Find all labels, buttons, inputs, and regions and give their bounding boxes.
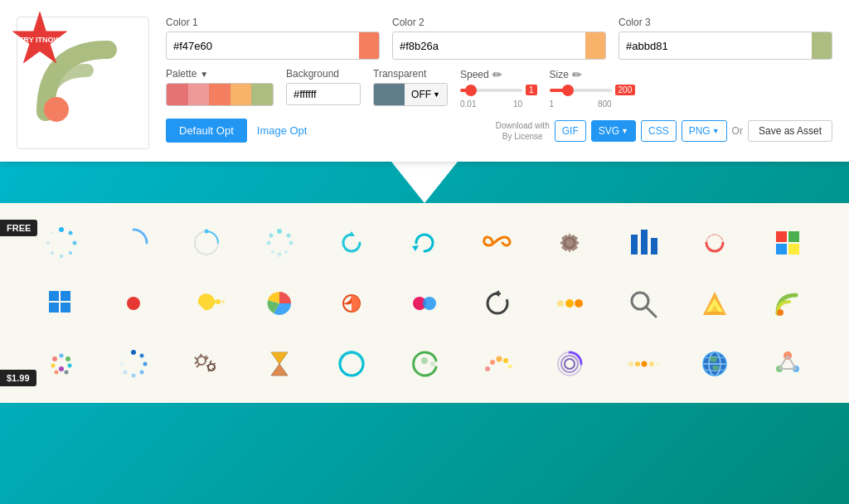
icon-three-dots[interactable] <box>539 276 601 330</box>
transparent-toggle[interactable]: OFF ▼ <box>373 83 448 106</box>
svg-rect-30 <box>61 291 70 301</box>
icon-hourglass[interactable] <box>248 337 310 390</box>
svg-point-59 <box>131 350 136 355</box>
color1-input[interactable]: #f47e60 <box>167 36 359 56</box>
icon-arc-spinner[interactable] <box>103 216 165 269</box>
color-row: Color 1 #f47e60 Color 2 #f8b26a Color 3 … <box>166 17 832 60</box>
icons-row-3 <box>25 337 824 390</box>
svg-point-16 <box>271 250 274 254</box>
svg-rect-27 <box>776 244 787 254</box>
svg-rect-32 <box>61 303 70 313</box>
icon-globe[interactable] <box>684 337 746 390</box>
icon-three-dots-spread[interactable] <box>611 337 673 390</box>
svg-button[interactable]: SVG ▼ <box>591 120 636 142</box>
svg-line-93 <box>779 356 788 369</box>
svg-point-0 <box>44 97 69 122</box>
svg-point-50 <box>777 309 784 316</box>
icon-infinity[interactable] <box>466 216 528 269</box>
icon-dots-colored[interactable] <box>30 337 92 390</box>
svg-chevron-icon: ▼ <box>621 127 628 135</box>
icons-grid <box>25 216 824 390</box>
svg-rect-29 <box>49 291 59 301</box>
icon-circle-half[interactable] <box>321 276 383 330</box>
background-input[interactable]: #ffffff <box>286 83 361 105</box>
size-slider[interactable] <box>550 89 612 92</box>
save-as-asset-button[interactable]: Save as Asset <box>748 120 832 142</box>
svg-marker-41 <box>494 290 499 297</box>
preview-box: TRY IT NOW <box>17 17 149 149</box>
icon-circular-arrow2[interactable] <box>466 276 528 330</box>
top-panel: TRY IT NOW Color 1 #f47e60 Col <box>0 0 849 162</box>
svg-rect-28 <box>788 244 799 254</box>
icon-gears[interactable] <box>176 337 238 390</box>
icon-triangle[interactable] <box>684 276 746 330</box>
css-button[interactable]: CSS <box>641 120 677 142</box>
icon-pacman[interactable] <box>176 276 238 330</box>
icon-circular-g[interactable] <box>393 337 455 390</box>
icons-row-1 <box>25 216 824 269</box>
svg-line-92 <box>788 356 796 369</box>
icon-spinner-molecule[interactable] <box>757 337 819 390</box>
badge-text2: NOW <box>42 36 61 45</box>
icon-windows[interactable] <box>757 216 819 269</box>
speed-max-label: 10 <box>513 99 522 109</box>
svg-point-76 <box>507 364 512 368</box>
badge-shape: TRY IT NOW <box>11 11 69 69</box>
palette-seg4 <box>230 84 252 105</box>
icon-rss-small[interactable] <box>757 276 819 330</box>
image-opt-button[interactable]: Image Opt <box>257 124 308 137</box>
icon-circle-outline[interactable] <box>176 216 238 269</box>
svg-marker-20 <box>412 245 419 251</box>
icon-circular-pattern[interactable] <box>539 337 601 390</box>
color2-input[interactable]: #f8b26a <box>393 36 585 56</box>
icon-search[interactable] <box>611 276 673 330</box>
speed-slider[interactable] <box>460 89 522 92</box>
toggle-off-part[interactable]: OFF ▼ <box>405 84 447 105</box>
svg-point-70 <box>421 357 428 364</box>
icon-spinner-dots[interactable] <box>30 216 92 269</box>
svg-point-58 <box>64 370 68 374</box>
icon-gear[interactable] <box>539 216 601 269</box>
svg-point-36 <box>221 300 225 303</box>
png-button[interactable]: PNG ▼ <box>682 120 727 142</box>
icon-grid-squares[interactable] <box>30 276 92 330</box>
transparent-label: Transparent <box>373 68 448 80</box>
icon-circle-ring[interactable] <box>321 337 383 390</box>
icon-blue-circle-dots[interactable] <box>103 337 165 390</box>
color1-label: Color 1 <box>166 17 380 28</box>
svg-point-80 <box>628 361 633 366</box>
svg-point-42 <box>557 300 564 307</box>
palette-seg1 <box>167 84 188 105</box>
color3-swatch[interactable] <box>812 32 832 59</box>
palette-label: Palette ▼ <box>166 68 274 80</box>
svg-point-81 <box>635 361 640 366</box>
color1-swatch[interactable] <box>359 32 379 59</box>
icon-circle-refresh[interactable] <box>393 216 455 269</box>
icon-two-dots[interactable] <box>393 276 455 330</box>
speed-slider-wrap: 1 <box>460 85 537 95</box>
transparent-field: Transparent OFF ▼ <box>373 68 448 106</box>
icon-bar-chart[interactable] <box>611 216 673 269</box>
icon-pie-chart[interactable] <box>248 276 310 330</box>
palette-dropdown-icon[interactable]: ▼ <box>200 70 208 79</box>
svg-point-3 <box>72 240 76 245</box>
png-chevron-icon: ▼ <box>712 127 720 135</box>
default-opt-button[interactable]: Default Opt <box>166 119 247 143</box>
size-max-label: 800 <box>598 99 612 109</box>
svg-point-33 <box>127 297 140 310</box>
icon-circular-arrow[interactable] <box>321 216 383 269</box>
svg-point-18 <box>277 252 282 257</box>
palette-bar[interactable] <box>166 83 274 106</box>
speed-value-badge: 1 <box>526 85 537 95</box>
icon-dots-arc[interactable] <box>466 337 528 390</box>
gif-button[interactable]: GIF <box>555 120 586 142</box>
icon-red-dot[interactable] <box>103 276 165 330</box>
color3-input[interactable]: #abbd81 <box>619 36 812 56</box>
speed-pencil-icon[interactable]: ✏ <box>492 68 502 81</box>
svg-rect-23 <box>641 230 648 254</box>
icon-dots-scatter[interactable] <box>248 216 310 269</box>
size-pencil-icon[interactable]: ✏ <box>572 68 582 81</box>
color2-swatch[interactable] <box>585 32 605 59</box>
svg-point-44 <box>575 299 583 308</box>
icon-circular-arcs[interactable] <box>684 216 746 269</box>
